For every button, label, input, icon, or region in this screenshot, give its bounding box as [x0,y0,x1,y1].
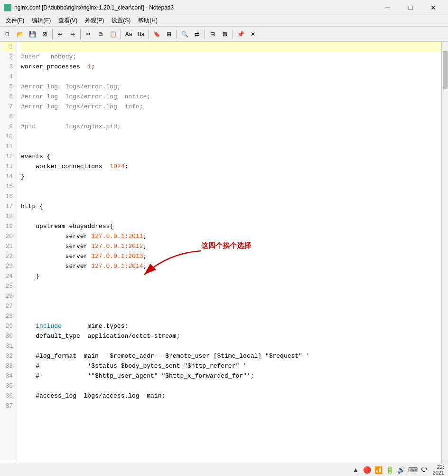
toolbar-find2[interactable]: 🔍 [179,29,190,40]
maximize-button[interactable]: □ [400,1,421,14]
code-line [21,401,441,411]
menu-view[interactable]: 查看(V) [55,15,81,27]
line-number: 25 [2,281,15,291]
tray-icon-3: 📶 [374,465,383,475]
titlebar: nginx.conf [D:\dubbo\nginx\nginx-1.20.1_… [0,0,448,15]
menubar: 文件(F) 编辑(E) 查看(V) 外观(P) 设置(S) 帮助(H) [0,15,448,27]
code-line [21,112,441,122]
code-line: # '"$http_user_agent" "$http_x_forwarded… [21,371,441,381]
line-number: 30 [2,331,15,341]
line-number: 34 [2,371,15,381]
sep1 [52,29,53,39]
code-line [21,181,441,191]
code-line: server 127.0.0.1:2014; [21,261,441,271]
app-icon [4,4,11,11]
code-line: } [21,171,441,181]
line-number: 2 [2,52,15,62]
line-number: 18 [2,211,15,221]
toolbar-case[interactable]: Ba [135,29,147,40]
toolbar-paste[interactable]: 📋 [107,29,119,40]
code-line: #error_log logs/error.log; [21,82,441,92]
line-number: 10 [2,132,15,142]
toolbar-bookmark[interactable]: 🔖 [151,29,162,40]
line-number: 31 [2,341,15,351]
scrollbar-thumb[interactable] [443,51,448,89]
line-number: 24 [2,271,15,281]
code-area[interactable]: #user nobody;worker_processes 1; #error_… [17,42,441,463]
menu-file[interactable]: 文件(F) [2,15,28,27]
close-button[interactable]: ✕ [422,1,444,14]
line-numbers: 1234567891011121314151617181920212223242… [0,42,17,463]
sep6 [205,29,205,39]
toolbar-open[interactable]: 📂 [14,29,26,40]
scrollbar-vertical[interactable] [441,42,448,463]
code-line: #pid logs/nginx.pid; [21,122,441,132]
code-line: } [21,271,441,281]
code-line: server 127.0.0.1:2011; [21,231,441,241]
code-line: #access_log logs/access.log main; [21,391,441,401]
code-line [21,301,441,311]
line-number: 8 [2,112,15,122]
menu-edit[interactable]: 编辑(E) [28,15,55,27]
statusbar: ▲ 🔴 📶 🔋 🔊 ⌨ 🛡 22: 2021 [0,463,448,476]
line-number: 7 [2,102,15,112]
tray-icon-7: 🛡 [420,465,429,475]
code-line: #log_format main '$remote_addr - $remote… [21,351,441,361]
line-number: 20 [2,231,15,241]
code-line: worker_processes 1; [21,62,441,72]
code-line: #error_log logs/error.log notice; [21,92,441,102]
code-line [21,291,441,301]
toolbar-undo[interactable]: ↩ [55,29,66,40]
code-line: #error_log logs/error.log info; [21,102,441,112]
line-number: 23 [2,261,15,271]
toolbar: 🗋 📂 💾 ⊠ ↩ ↪ ✂ ⧉ 📋 Aa Ba 🔖 ⊞ 🔍 ⇄ ⊟ ⊠ 📌 ✕ [0,27,448,42]
toolbar-replace[interactable]: ⇄ [191,29,203,40]
line-number: 22 [2,251,15,261]
toolbar-find[interactable]: Aa [123,29,134,40]
line-number: 16 [2,191,15,201]
title-text: nginx.conf [D:\dubbo\nginx\nginx-1.20.1_… [14,4,377,11]
line-number: 19 [2,221,15,231]
toolbar-split[interactable]: ⊟ [207,29,218,40]
code-line [21,142,441,152]
code-line [21,211,441,221]
code-line [21,311,441,321]
code-line: events { [21,152,441,162]
toolbar-cut[interactable]: ✂ [83,29,94,40]
line-number: 37 [2,401,15,411]
code-line [21,281,441,291]
tray-icon-1: ▲ [351,465,361,475]
window-controls: ─ □ ✕ [377,1,444,14]
menu-appearance[interactable]: 外观(P) [81,15,108,27]
toolbar-redo[interactable]: ↪ [67,29,78,40]
toolbar-close[interactable]: ⊠ [39,29,50,40]
toolbar-save[interactable]: 💾 [27,29,38,40]
line-number: 17 [2,201,15,211]
toolbar-copy[interactable]: ⧉ [95,29,106,40]
code-line [21,341,441,351]
editor[interactable]: 1234567891011121314151617181920212223242… [0,42,448,463]
toolbar-encoding[interactable]: ⊠ [219,29,231,40]
line-number: 9 [2,122,15,132]
code-line: server 127.0.0.1:2013; [21,251,441,261]
line-number: 35 [2,381,15,391]
line-number: 21 [2,241,15,251]
code-line: default_type application/octet-stream; [21,331,441,341]
toolbar-new[interactable]: 🗋 [2,29,13,40]
toolbar-close2[interactable]: ✕ [247,29,259,40]
sep2 [80,29,81,39]
code-line [21,191,441,201]
toolbar-view[interactable]: ⊞ [163,29,175,40]
code-line: # '$status $body_bytes_sent "$http_refer… [21,361,441,371]
menu-help[interactable]: 帮助(H) [134,15,161,27]
sep7 [233,29,233,39]
line-number: 4 [2,72,15,82]
tray-icon-5: 🔊 [397,465,406,475]
minimize-button[interactable]: ─ [377,1,399,14]
menu-settings[interactable]: 设置(S) [108,15,134,27]
toolbar-pin[interactable]: 📌 [235,29,246,40]
sep3 [121,29,121,39]
line-number: 27 [2,301,15,311]
tray-icon-6: ⌨ [408,465,418,475]
sep4 [149,29,149,39]
